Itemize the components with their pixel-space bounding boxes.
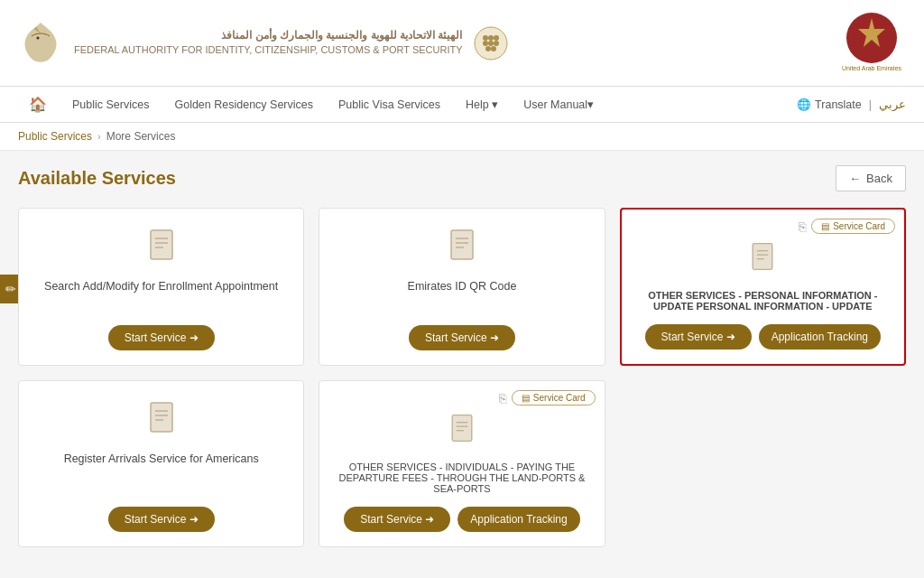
edit-icon: ✏ [5,282,16,296]
svg-rect-20 [753,244,773,270]
svg-point-4 [494,35,499,41]
card-2-title: Emirates ID QR Code [408,280,517,312]
nav-divider: | [869,98,872,111]
card-1-buttons: Start Service ➜ [108,325,215,350]
card-3-icon [746,240,779,281]
back-arrow-icon: ← [849,172,861,185]
card-1-icon [143,227,180,271]
card-3-title: OTHER SERVICES - PERSONAL INFORMATION - … [636,290,890,312]
share-icon[interactable]: ⎘ [799,219,806,234]
logo-text: الهيئة الاتحادية للهوية والجنسية والجمار… [74,28,463,57]
card-2-buttons: Start Service ➜ [409,325,515,350]
nav-golden-residency[interactable]: Golden Residency Services [163,89,324,120]
header: الهيئة الاتحادية للهوية والجنسية والجمار… [0,0,924,87]
card-5-icon [446,412,478,452]
card-5-share-icon[interactable]: ⎘ [499,391,506,406]
card-1-start-button[interactable]: Start Service ➜ [108,325,215,350]
nav-user-manual[interactable]: User Manual▾ [513,89,605,120]
service-card-4: Register Arrivals Service for Americans … [18,380,304,547]
card-4-start-button[interactable]: Start Service ➜ [108,507,215,532]
card-2-icon [444,227,480,271]
nav-items: 🏠 Public Services Golden Residency Servi… [18,87,605,122]
navigation: 🏠 Public Services Golden Residency Servi… [0,87,924,123]
card-5-top-right: ⎘ ▤ Service Card [499,390,596,406]
card-icon-badge: ▤ [821,221,829,231]
svg-point-5 [483,41,488,46]
svg-rect-12 [151,230,172,259]
card-5-title: OTHER SERVICES - INDIVIDUALS - PAYING TH… [334,461,589,494]
page-title: Available Services [18,168,176,189]
svg-point-8 [485,46,491,51]
svg-point-2 [483,35,488,41]
arabic-link[interactable]: عربي [879,98,906,111]
svg-point-9 [491,46,496,51]
breadcrumb-public-services[interactable]: Public Services [18,130,92,143]
translate-button[interactable]: 🌐 Translate [797,98,862,111]
service-card-2: Emirates ID QR Code Start Service ➜ [319,208,605,366]
service-card-3: ⎘ ▤ Service Card OTHER SERVICES - PERSON… [620,208,906,366]
nav-public-services[interactable]: Public Services [61,89,160,120]
svg-rect-28 [452,415,472,442]
logo-bird-icon [18,18,63,68]
cards-row-1: Search Add/Modify for Enrollment Appoint… [18,208,906,366]
svg-point-0 [37,37,40,40]
header-uae-emblem: United Arab Emirates [838,9,906,77]
card-5-badge: ▤ Service Card [512,390,596,406]
card-5-buttons: Start Service ➜ Application Tracking [344,507,579,532]
nav-home[interactable]: 🏠 [18,87,58,122]
card-4-buttons: Start Service ➜ [108,507,215,532]
card-3-buttons: Start Service ➜ Application Tracking [645,324,881,350]
uae-emblem-icon: United Arab Emirates [838,9,906,77]
svg-rect-16 [451,230,473,259]
cards-row-2: Register Arrivals Service for Americans … [18,380,906,547]
empty-card-slot [620,380,906,547]
card-3-badge: ▤ Service Card [811,219,895,234]
page-header: Available Services ← Back [18,165,906,191]
breadcrumb-separator: › [97,131,101,142]
service-card-5: ⎘ ▤ Service Card OTHER SERVICES - INDIVI… [319,380,605,547]
card-4-title: Register Arrivals Service for Americans [64,452,259,494]
back-button[interactable]: ← Back [836,165,906,191]
card-3-start-button[interactable]: Start Service ➜ [645,324,752,350]
svg-point-7 [494,41,499,46]
breadcrumb-current: More Services [106,130,176,143]
breadcrumb: Public Services › More Services [0,123,924,151]
translate-icon: 🌐 [797,98,811,111]
svg-rect-24 [151,403,172,432]
card-5-track-button[interactable]: Application Tracking [457,507,579,532]
header-logo-area: الهيئة الاتحادية للهوية والجنسية والجمار… [18,18,508,68]
svg-point-3 [488,35,494,41]
service-card-1: Search Add/Modify for Enrollment Appoint… [18,208,304,366]
card-3-track-button[interactable]: Application Tracking [759,324,881,350]
card-2-start-button[interactable]: Start Service ➜ [409,325,515,350]
nav-public-visa[interactable]: Public Visa Services [328,89,451,120]
svg-text:United Arab Emirates: United Arab Emirates [842,65,902,71]
emblem-icon [474,26,508,61]
card-5-badge-icon: ▤ [522,393,530,403]
nav-right-area: 🌐 Translate | عربي [797,98,906,111]
card-1-title: Search Add/Modify for Enrollment Appoint… [44,280,278,312]
main-content: Available Services ← Back Search Add/Mod… [0,151,924,562]
card-5-start-button[interactable]: Start Service ➜ [344,507,450,532]
svg-point-6 [488,41,494,46]
card-3-top-right: ⎘ ▤ Service Card [799,219,895,234]
nav-help[interactable]: Help ▾ [455,89,509,120]
card-4-icon [143,399,180,443]
